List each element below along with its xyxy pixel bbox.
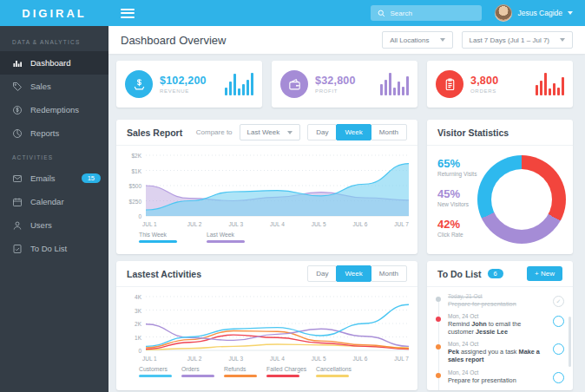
sales-range-button-day[interactable]: Day: [307, 124, 337, 140]
hamburger-menu-icon[interactable]: [121, 9, 135, 18]
sidebar-section-title: DATA & ANALYTICS: [0, 29, 108, 51]
topbar: DIGIRAL Jesus Cagide: [0, 0, 585, 26]
user-menu[interactable]: Jesus Cagide: [495, 4, 573, 22]
clipboard-icon: [12, 244, 23, 254]
todo-date: Mon, 24 Oct: [448, 313, 549, 319]
spark-bar: [540, 81, 542, 95]
legend-item-refunds: Refunds: [224, 366, 257, 377]
todo-status-dot: [436, 344, 441, 350]
visitor-metric-new-visitors: 45%New Visitors: [437, 187, 477, 207]
y-tick-label: 1K: [135, 334, 141, 340]
todo-date: Mon, 24 Oct: [448, 369, 549, 376]
search-input[interactable]: [390, 10, 475, 17]
todo-check-circle[interactable]: [553, 343, 564, 355]
visitor-metrics: 65%Returning Visits45%New Visitors42%Cli…: [437, 154, 477, 238]
todo-texts: Mon, 24 OctRemind John to email the cust…: [448, 313, 549, 336]
sidebar-item-label: Emails: [30, 173, 56, 183]
activities-range-button-week[interactable]: Week: [336, 265, 371, 282]
todo-item[interactable]: Mon, 24 OctPrepare for presentation: [427, 387, 573, 390]
todo-text: Remind John to email the customer Jessie…: [448, 320, 549, 336]
y-tick-label: 2K: [135, 321, 141, 327]
line-series-refunds: [146, 331, 409, 349]
todo-texts: Mon, 24 OctPrepare for presentation: [448, 389, 549, 390]
calendar-icon: [12, 197, 23, 207]
sidebar-item-sales[interactable]: Sales: [0, 75, 108, 98]
sales-range-button-week[interactable]: Week: [336, 124, 371, 140]
main-area: Dashboard Overview All Locations Last 7 …: [108, 26, 585, 392]
dashboard-icon: [12, 58, 23, 69]
dashboard-app: DIGIRAL Jesus Cagide DATA & ANALYTICSDas: [0, 0, 585, 392]
spark-bar: [385, 80, 387, 95]
sidebar-item-emails[interactable]: Emails15: [0, 167, 108, 190]
sidebar-item-calendar[interactable]: Calendar: [0, 190, 108, 213]
stat-card-orders: 3,800ORDERS: [427, 61, 573, 108]
activities-range-segmented: DayWeekMonth: [307, 265, 407, 282]
x-tick-label: JUL 6: [353, 221, 368, 227]
y-tick-label: 0: [138, 348, 141, 354]
x-tick-label: JUL 6: [353, 356, 368, 362]
y-tick-label: $250: [129, 198, 141, 204]
activities-x-axis: JUL 1JUL 2JUL 3JUL 4JUL 5JUL 6JUL 7: [146, 356, 409, 362]
stat-sparkline: [225, 73, 253, 95]
stat-card-revenue: $102,200REVENUE: [116, 61, 262, 108]
todo-item[interactable]: Mon, 24 OctPrepare for presentation: [427, 367, 573, 387]
legend-item-this-week: This Week: [139, 232, 177, 243]
date-range-dropdown[interactable]: Last 7 Days (Jul 1 – Jul 7): [462, 31, 573, 49]
todo-text: Prepare for presentation: [448, 376, 549, 384]
legend-item-customers: Customers: [139, 366, 172, 377]
envelope-icon: [12, 173, 23, 184]
spark-bar: [402, 87, 404, 95]
compare-to-value: Last Week: [247, 128, 280, 136]
sidebar-item-redemptions[interactable]: Redemptions: [0, 98, 108, 121]
sidebar-item-reports[interactable]: Reports: [0, 121, 108, 145]
x-tick-label: JUL 3: [228, 221, 243, 227]
visitor-donut-chart: [477, 155, 566, 244]
new-todo-button[interactable]: + New: [527, 266, 562, 281]
todo-status-dot: [436, 373, 441, 378]
sidebar-item-dashboard[interactable]: Dashboard: [0, 51, 108, 75]
todo-item[interactable]: Today, 21 OctPrepare for presentation✓: [427, 291, 573, 310]
sidebar-nav: DATA & ANALYTICSDashboardSalesRedemption…: [0, 26, 108, 392]
x-tick-label: JUL 5: [312, 356, 326, 362]
x-tick-label: JUL 3: [228, 356, 243, 362]
stat-text: $102,200REVENUE: [160, 75, 207, 94]
sales-range-segmented: DayWeekMonth: [307, 124, 407, 140]
todo-check-circle[interactable]: [553, 372, 564, 383]
sales-report-title: Sales Report: [127, 127, 182, 138]
location-filter-dropdown[interactable]: All Locations: [382, 31, 452, 49]
todo-texts: Today, 21 OctPrepare for presentation: [448, 293, 549, 308]
x-tick-label: JUL 4: [270, 356, 285, 362]
search-box[interactable]: [371, 5, 482, 21]
compare-to-dropdown[interactable]: Last Week: [240, 124, 301, 140]
legend-item-orders: Orders: [181, 366, 214, 377]
sidebar-item-label: Redemptions: [30, 105, 79, 114]
x-tick-label: JUL 1: [142, 356, 157, 362]
sales-range-button-month[interactable]: Month: [371, 124, 407, 140]
legend-color-bar: [224, 375, 257, 377]
todo-date: Mon, 24 Oct: [448, 341, 549, 347]
metric-label: New Visitors: [437, 201, 477, 207]
todo-item[interactable]: Mon, 24 OctRemind John to email the cust…: [427, 310, 573, 338]
sales-legend: This WeekLast Week: [116, 227, 417, 243]
sales-report-card: Sales Report Compare to Last Week DayWee…: [116, 120, 417, 254]
x-tick-label: JUL 7: [394, 356, 409, 362]
stat-card-profit: $32,800PROFIT: [272, 61, 417, 108]
activities-range-button-month[interactable]: Month: [371, 265, 407, 282]
activities-range-button-day[interactable]: Day: [307, 265, 337, 282]
visitor-metric-returning-visits: 65%Returning Visits: [437, 157, 477, 177]
todo-check-circle[interactable]: [553, 316, 564, 327]
tag-icon: [12, 82, 23, 92]
chevron-down-icon: [568, 11, 573, 15]
spark-bar: [238, 88, 240, 95]
todo-scrollbar[interactable]: [569, 317, 571, 367]
location-filter-value: All Locations: [390, 36, 429, 44]
sidebar-item-users[interactable]: Users: [0, 213, 108, 237]
page-header: Dashboard Overview All Locations Last 7 …: [108, 26, 585, 54]
spark-bar: [549, 88, 551, 95]
chevron-down-icon: [287, 131, 292, 134]
todo-checked-circle[interactable]: ✓: [553, 296, 564, 307]
x-tick-label: JUL 2: [187, 356, 202, 362]
sidebar-item-to-do-list[interactable]: To Do List: [0, 237, 108, 260]
todo-item[interactable]: Mon, 24 OctPek assigned you a task Make …: [427, 338, 573, 366]
spark-bar: [251, 73, 253, 95]
